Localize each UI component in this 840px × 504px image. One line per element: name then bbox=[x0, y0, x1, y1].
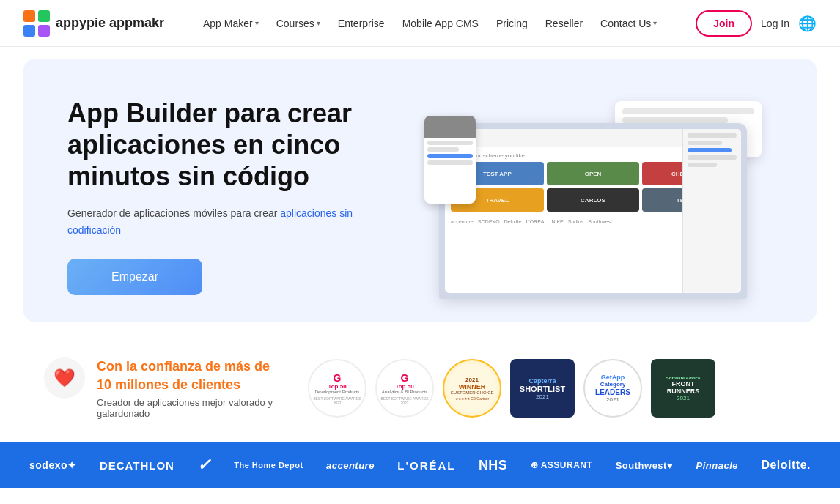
brand-logo: Sodins bbox=[568, 219, 583, 224]
chevron-down-icon: ▾ bbox=[317, 19, 320, 27]
trust-title: Con la confianza de más de 10 millones d… bbox=[97, 357, 279, 394]
nav-mobile-cms[interactable]: Mobile App CMS bbox=[395, 12, 486, 35]
brand-nhs: NHS bbox=[479, 458, 508, 473]
color-cell-4[interactable]: CARLOS bbox=[547, 188, 640, 212]
brand-sodexo: sodexo✦ bbox=[29, 459, 77, 471]
hero-title: App Builder para crear aplicaciones en c… bbox=[67, 97, 390, 193]
trust-highlight: 10 millones de clientes bbox=[97, 377, 240, 392]
svg-rect-2 bbox=[23, 25, 35, 37]
nav-pricing[interactable]: Pricing bbox=[489, 12, 535, 35]
hero-visual: Save Cancel Pick a color scheme you like bbox=[390, 94, 773, 299]
chevron-down-icon: ▾ bbox=[653, 19, 657, 27]
brand-loreal: L'ORÉAL bbox=[397, 459, 455, 472]
phone-screen-top bbox=[424, 116, 476, 138]
brand-logo: L'OREAL bbox=[526, 219, 547, 224]
color-cell-1[interactable]: OPEN bbox=[547, 162, 640, 185]
hero-content: App Builder para crear aplicaciones en c… bbox=[67, 97, 390, 295]
svg-rect-0 bbox=[23, 10, 35, 22]
brand-nike: ✓ bbox=[197, 456, 211, 475]
laptop-frame: Pick a color scheme you like TEST APP OP… bbox=[439, 123, 747, 299]
brand-deloitte: Deloitte. bbox=[761, 459, 811, 472]
brand-homedepot: The Home Depot bbox=[234, 461, 303, 470]
hero-subtitle: Generador de aplicaciones móviles para c… bbox=[67, 205, 390, 238]
screen-right-panel bbox=[682, 129, 741, 293]
svg-rect-3 bbox=[38, 25, 50, 37]
trust-section: ❤️ Con la confianza de más de 10 millone… bbox=[0, 334, 840, 442]
hero-mockup: Save Cancel Pick a color scheme you like bbox=[424, 94, 762, 299]
brand-logo: Southwest bbox=[588, 219, 612, 224]
logo[interactable]: appypie appmakr bbox=[23, 10, 164, 37]
nav-enterprise[interactable]: Enterprise bbox=[331, 12, 392, 35]
empezar-button[interactable]: Empezar bbox=[67, 259, 202, 295]
g2-logo: G bbox=[401, 372, 409, 384]
badge-getapp: GetApp Category LEADERS 2021 bbox=[583, 359, 642, 418]
nav-actions: Join Log In 🌐 bbox=[696, 10, 817, 37]
badge-g2-dev: G Top 50 Development Products BEST SOFTW… bbox=[308, 359, 366, 418]
brand-accenture: accenture bbox=[326, 460, 375, 471]
globe-icon[interactable]: 🌐 bbox=[798, 15, 817, 32]
trust-text: Con la confianza de más de 10 millones d… bbox=[97, 357, 279, 419]
brand-logo: SODEXO bbox=[478, 219, 500, 224]
trust-subtitle: Creador de aplicaciones mejor valorado y… bbox=[97, 397, 279, 419]
brand-logo: Deloitte bbox=[504, 219, 522, 224]
nav-app-maker[interactable]: App Maker ▾ bbox=[196, 12, 266, 35]
brand-pinnacle: Pinnacle bbox=[696, 460, 738, 471]
badge-winner: 2021 WINNER CUSTOMER CHOICE ★★★★★ G2/Gar… bbox=[443, 359, 501, 418]
nav-contact[interactable]: Contact Us ▾ bbox=[593, 12, 664, 35]
login-button[interactable]: Log In bbox=[761, 18, 789, 29]
badge-capterra: Capterra SHORTLIST 2021 bbox=[510, 359, 575, 418]
g2-logo: G bbox=[334, 372, 342, 384]
card-row bbox=[622, 117, 728, 123]
svg-rect-1 bbox=[38, 10, 50, 22]
badge-g2-analytics: G Top 50 Analytics & BI Products BEST SO… bbox=[375, 359, 434, 418]
brand-southwest: Southwest♥ bbox=[616, 460, 673, 471]
laptop-screen: Pick a color scheme you like TEST APP OP… bbox=[445, 129, 741, 293]
heart-circle: ❤️ bbox=[44, 357, 85, 399]
phone-screen-body bbox=[424, 138, 476, 170]
logo-icon bbox=[23, 10, 50, 37]
brand-logo: accenture bbox=[451, 219, 474, 224]
brand-decathlon: DECATHLON bbox=[100, 459, 174, 472]
card-row bbox=[622, 108, 754, 114]
join-button[interactable]: Join bbox=[696, 10, 752, 37]
hero-section: App Builder para crear aplicaciones en c… bbox=[23, 59, 817, 322]
phone-overlay bbox=[424, 116, 476, 204]
brands-banner: sodexo✦ DECATHLON ✓ The Home Depot accen… bbox=[0, 442, 840, 488]
badge-software-advice: Software Advice FRONT RUNNERS 2021 bbox=[651, 359, 715, 418]
heart-icon: ❤️ bbox=[54, 368, 75, 388]
chevron-down-icon: ▾ bbox=[255, 19, 259, 27]
badges-container: G Top 50 Development Products BEST SOFTW… bbox=[308, 359, 715, 418]
nav-links: App Maker ▾ Courses ▾ Enterprise Mobile … bbox=[196, 12, 664, 35]
navbar: appypie appmakr App Maker ▾ Courses ▾ En… bbox=[0, 0, 840, 47]
logo-text: appypie appmakr bbox=[56, 15, 164, 31]
nav-reseller[interactable]: Reseller bbox=[538, 12, 590, 35]
brand-logo: NIKE bbox=[551, 219, 563, 224]
nav-courses[interactable]: Courses ▾ bbox=[269, 12, 328, 35]
trust-left: ❤️ Con la confianza de más de 10 millone… bbox=[44, 357, 279, 419]
brand-assurant: ⊕ ASSURANT bbox=[531, 460, 593, 470]
